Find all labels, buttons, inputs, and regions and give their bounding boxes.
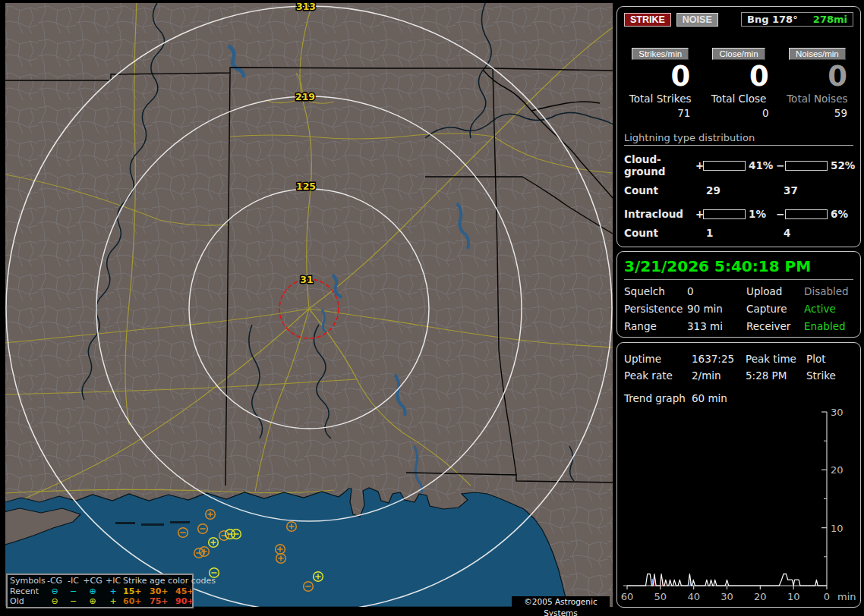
pos-cg-recent-icon: ⊕ xyxy=(82,586,103,597)
legend-col-neg-ic: -IC xyxy=(65,576,82,586)
cg-negative-pct: 52% xyxy=(828,159,855,171)
ic-positive-pct: 1% xyxy=(746,208,776,220)
total-close-value: 0 xyxy=(702,107,774,119)
total-noises-label: Total Noises xyxy=(781,93,853,105)
total-close-label: Total Close xyxy=(702,93,774,105)
ring-label-313: 313 xyxy=(296,3,316,12)
squelch-value: 0 xyxy=(687,285,746,297)
ic-positive-bar xyxy=(703,209,746,219)
neg-cg-recent-icon: ⊖ xyxy=(45,586,65,597)
plot-type-value: Strike xyxy=(806,369,853,382)
strikes-per-min-button[interactable]: Strikes/min xyxy=(632,48,689,60)
ic-negative-count: 4 xyxy=(784,227,853,239)
persistence-value: 90 min xyxy=(687,303,746,315)
age-90: 90+ xyxy=(175,596,200,607)
range-label: Range xyxy=(624,320,687,332)
status-row: Persistence 90 min Capture Active xyxy=(624,303,853,315)
datetime-display: 3/21/2026 5:40:18 PM xyxy=(624,257,853,280)
legend-symbols-header: Symbols xyxy=(10,576,45,586)
total-strikes-value: 71 xyxy=(624,107,696,119)
trend-window-value: 60 min xyxy=(692,392,853,404)
uptime-label: Uptime xyxy=(624,353,692,365)
total-strikes-label: Total Strikes xyxy=(624,93,696,105)
intracloud-count-row: Count 1 4 xyxy=(624,227,853,239)
count-label: Count xyxy=(624,184,706,196)
noises-per-min-column: Noises/min 0 Total Noises 59 xyxy=(781,48,853,119)
y-tick-label: 20 xyxy=(831,464,844,476)
noises-per-min-button[interactable]: Noises/min xyxy=(789,48,846,60)
intracloud-row: Intracloud + 1% − 6% xyxy=(624,208,853,220)
age-45: 45+ xyxy=(175,586,200,597)
plus-sign: + xyxy=(695,159,703,171)
trend-graph-row: Trend graph 60 min xyxy=(624,392,853,404)
cloud-ground-row: Cloud-ground + 41% − 52% xyxy=(624,153,853,178)
age-75: 75+ xyxy=(150,596,175,607)
strikes-per-min-value: 0 xyxy=(624,61,696,92)
peak-time-label: Peak time xyxy=(746,353,806,365)
status-row: Squelch 0 Upload Disabled xyxy=(624,285,853,297)
neg-ic-recent-icon: − xyxy=(65,586,82,597)
cloud-ground-label: Cloud-ground xyxy=(624,153,695,178)
pos-ic-recent-icon: + xyxy=(103,586,123,597)
x-tick-label: 30 xyxy=(721,591,733,602)
peak-time-value: 5:28 PM xyxy=(746,369,806,382)
bearing-label: Bng 178° xyxy=(747,14,798,25)
x-tick-label: 20 xyxy=(754,591,767,602)
trend-graph: 6050403020100min102030 xyxy=(617,406,859,608)
legend-col-pos-cg: +CG xyxy=(82,576,103,586)
uptime-value: 1637:25 xyxy=(692,353,746,365)
capture-label: Capture xyxy=(746,303,804,315)
map-legend: Symbols -CG -IC +CG +IC Strike age color… xyxy=(6,574,194,608)
bearing-distance: 278mi xyxy=(813,14,847,25)
x-tick-label: 60 xyxy=(621,591,634,602)
ic-negative-pct: 6% xyxy=(828,208,853,220)
upload-status: Disabled xyxy=(804,285,853,297)
capture-status: Active xyxy=(804,303,853,315)
peak-rate-row: Peak rate 2/min 5:28 PM Strike xyxy=(624,369,853,382)
count-label: Count xyxy=(624,227,706,239)
legend-old-label: Old xyxy=(10,596,45,607)
copyright-text: ©2005 Astrogenic Systems xyxy=(512,596,610,608)
strike-stats-panel: STRIKE NOISE Bng 178° 278mi Strikes/min … xyxy=(616,6,861,247)
neg-cg-old-icon: ⊖ xyxy=(45,596,65,607)
cg-positive-pct: 41% xyxy=(746,159,776,171)
status-row: Range 313 mi Receiver Enabled xyxy=(624,320,853,332)
plus-sign: + xyxy=(695,208,703,220)
pos-cg-old-icon: ⊕ xyxy=(82,596,103,607)
age-60: 60+ xyxy=(123,596,150,607)
persistence-label: Persistence xyxy=(624,303,687,315)
x-tick-label: 0 xyxy=(824,591,830,602)
legend-col-pos-ic: +IC xyxy=(103,576,123,586)
cg-positive-count: 29 xyxy=(706,184,784,196)
x-tick-label: 40 xyxy=(687,591,700,602)
peak-rate-label: Peak rate xyxy=(624,369,692,382)
ring-label-31: 31 xyxy=(300,274,313,285)
cg-positive-bar xyxy=(703,161,746,171)
map-canvas[interactable]: 313 219 125 31 xyxy=(5,3,613,607)
x-tick-label: 50 xyxy=(654,591,667,602)
bearing-display: Bng 178° 278mi xyxy=(741,12,853,27)
uptime-row: Uptime 1637:25 Peak time Plot xyxy=(624,353,853,365)
cg-negative-bar xyxy=(785,161,828,171)
close-per-min-value: 0 xyxy=(702,61,774,92)
neg-ic-old-icon: − xyxy=(65,596,82,607)
plot-label: Plot xyxy=(806,353,853,365)
intracloud-label: Intracloud xyxy=(624,208,695,220)
status-panel: 3/21/2026 5:40:18 PM Squelch 0 Upload Di… xyxy=(616,251,861,338)
ic-positive-count: 1 xyxy=(706,227,784,239)
distribution-header: Lightning type distribution xyxy=(624,132,853,146)
close-per-min-column: Close/min 0 Total Close 0 xyxy=(702,48,774,119)
cg-negative-count: 37 xyxy=(784,184,853,196)
strike-mode-button[interactable]: STRIKE xyxy=(624,13,671,27)
minus-sign: − xyxy=(776,208,785,220)
x-axis-unit: min xyxy=(837,591,856,602)
ic-negative-bar xyxy=(785,209,828,219)
total-noises-value: 59 xyxy=(781,107,853,119)
age-15: 15+ xyxy=(123,586,150,597)
age-30: 30+ xyxy=(150,586,175,597)
noise-mode-button[interactable]: NOISE xyxy=(676,13,718,27)
noises-per-min-value: 0 xyxy=(781,61,853,92)
ring-label-219: 219 xyxy=(295,91,315,102)
range-value: 313 mi xyxy=(687,320,746,332)
close-per-min-button[interactable]: Close/min xyxy=(712,48,765,60)
